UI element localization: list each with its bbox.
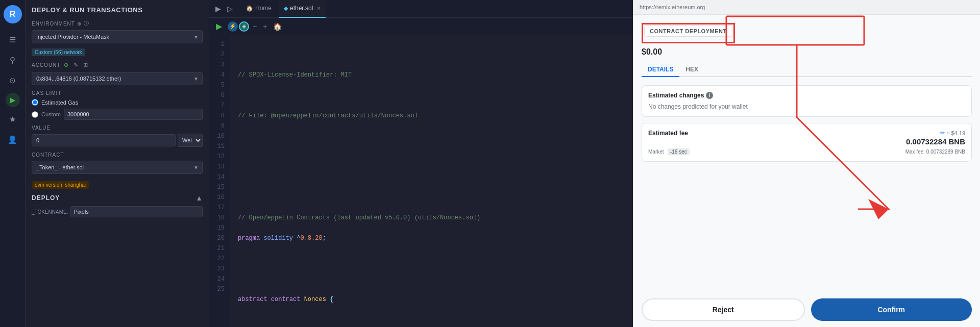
custom-gas-radio[interactable] bbox=[32, 111, 38, 118]
max-fee-label: Max fee: bbox=[905, 149, 925, 155]
fee-meta-row: Market -16 sec Max fee: 0.00732289 BNB bbox=[648, 148, 965, 155]
nav-icon-debug[interactable]: ★ bbox=[5, 111, 21, 128]
modal-url-bar: https://remix.ethereum.org bbox=[633, 0, 980, 15]
max-fee-value: 0.00732289 BNB bbox=[926, 149, 965, 155]
edit-icon[interactable]: ✏ bbox=[940, 130, 945, 136]
token-name-input[interactable] bbox=[70, 206, 203, 217]
fee-values: ✏ ≈ $4.19 0.00732284 BNB bbox=[906, 130, 965, 146]
plugin-icon-1[interactable]: ⚡ bbox=[228, 21, 238, 32]
ether-sol-close-btn[interactable]: × bbox=[317, 5, 320, 11]
tab-home[interactable]: 🏠 Home bbox=[241, 0, 277, 18]
value-unit-select[interactable]: Wei bbox=[178, 134, 203, 147]
action-buttons: Reject Confirm bbox=[633, 292, 980, 327]
estimated-gas-radio[interactable] bbox=[32, 99, 38, 106]
evm-badge: evm version: shanghai bbox=[32, 181, 89, 189]
market-badge: -16 sec bbox=[668, 148, 690, 155]
tab-ether-sol[interactable]: ◆ ether.sol × bbox=[279, 0, 326, 18]
no-changes-text: No changes predicted for your wallet bbox=[648, 103, 965, 110]
contract-deploy-badge: CONTRACT DEPLOYMENT bbox=[644, 26, 732, 37]
modal-url: https://remix.ethereum.org bbox=[640, 4, 705, 10]
estimated-changes-header: Estimated changes i bbox=[648, 92, 965, 99]
value-label: VALUE bbox=[32, 125, 203, 131]
nav-icon-source[interactable]: ⊙ bbox=[5, 72, 21, 89]
code-content[interactable]: // SPDX-License-Identifier: MIT // File:… bbox=[230, 35, 633, 327]
run-button[interactable]: ▶ bbox=[213, 4, 223, 14]
detail-tabs: DETAILS HEX bbox=[642, 63, 972, 77]
estimated-gas-label: Estimated Gas bbox=[41, 99, 78, 106]
estimated-changes-info-icon: i bbox=[706, 92, 713, 99]
fee-label: Estimated fee bbox=[648, 130, 688, 137]
estimated-changes-label: Estimated changes bbox=[648, 92, 704, 99]
value-input[interactable] bbox=[32, 134, 176, 146]
estimated-gas-row: Estimated Gas bbox=[32, 99, 203, 106]
reject-button[interactable]: Reject bbox=[642, 298, 805, 321]
environment-select-wrapper[interactable]: Injected Provider - MetaMask ▼ bbox=[32, 30, 203, 43]
confirm-button[interactable]: Confirm bbox=[811, 298, 972, 321]
token-name-label: _TOKENNAME: bbox=[32, 209, 68, 215]
estimated-fee-section: Estimated fee ✏ ≈ $4.19 0.00732284 BNB M… bbox=[642, 123, 972, 162]
account-copy-icon[interactable]: ⊕ bbox=[62, 61, 70, 69]
tab-hex[interactable]: HEX bbox=[679, 63, 704, 77]
value-section: VALUE Wei bbox=[32, 125, 203, 147]
environment-label: ENVIRONMENT ⊕ ⓘ bbox=[32, 20, 203, 27]
fee-usd-value: ≈ $4.19 bbox=[946, 130, 965, 136]
home-tab-label: Home bbox=[255, 5, 272, 12]
custom-gas-label: Custom bbox=[41, 111, 61, 117]
value-row: Wei bbox=[32, 134, 203, 147]
deploy-panel: DEPLOY & RUN TRANSACTIONS ENVIRONMENT ⊕ … bbox=[26, 0, 209, 327]
plugin-icons: ⚡ ◈ bbox=[228, 21, 249, 32]
account-label: ACCOUNT bbox=[32, 62, 60, 68]
contract-section: CONTRACT _Token_ - ether.sol ▼ evm versi… bbox=[32, 152, 203, 189]
price-tag: $0.00 bbox=[642, 47, 972, 57]
red-border-box: CONTRACT DEPLOYMENT bbox=[642, 23, 735, 43]
deploy-header: DEPLOY ▲ bbox=[32, 194, 203, 202]
editor-toolbar: ▶ ⚡ ◈ − + 🏠 bbox=[209, 18, 633, 35]
fee-row: Estimated fee ✏ ≈ $4.19 0.00732284 BNB bbox=[648, 130, 965, 146]
logo-char: R bbox=[10, 10, 16, 19]
fee-usd: ✏ ≈ $4.19 bbox=[906, 130, 965, 136]
env-help-icon: ⓘ bbox=[84, 20, 89, 27]
nav-icon-deploy[interactable]: ▶ bbox=[6, 93, 20, 107]
deploy-label: DEPLOY bbox=[32, 194, 60, 202]
network-badge: Custom (56) network bbox=[32, 48, 85, 56]
environment-select[interactable]: Injected Provider - MetaMask bbox=[32, 30, 203, 43]
editor-run-btn[interactable]: ▶ bbox=[213, 20, 225, 33]
custom-gas-input[interactable] bbox=[64, 109, 203, 120]
account-select-wrapper[interactable]: 0x834...64816 (0.08715132 ether) ▼ bbox=[32, 72, 203, 85]
deploy-collapse-btn[interactable]: ▲ bbox=[195, 194, 203, 202]
tab-details[interactable]: DETAILS bbox=[642, 63, 679, 77]
line-numbers: 12345 678910 1112131415 1617181920 21222… bbox=[209, 35, 230, 327]
zoom-out-btn[interactable]: − bbox=[250, 21, 259, 32]
gas-limit-label: GAS LIMIT bbox=[32, 90, 203, 96]
tab-forward-btn[interactable]: ▷ bbox=[225, 4, 235, 14]
home-tab-icon: 🏠 bbox=[246, 5, 253, 12]
nav-icon-search[interactable]: ⚲ bbox=[5, 52, 21, 68]
fee-bnb: 0.00732284 BNB bbox=[906, 137, 965, 146]
market-info: Market -16 sec bbox=[648, 148, 690, 155]
ether-sol-tab-icon: ◆ bbox=[284, 5, 288, 12]
gas-limit-section: GAS LIMIT Estimated Gas Custom bbox=[32, 90, 203, 120]
tab-controls: ▶ ▷ bbox=[213, 4, 235, 14]
modal-content: CONTRACT DEPLOYMENT $0.00 DETAILS HEX Es… bbox=[633, 15, 980, 292]
home-btn[interactable]: 🏠 bbox=[271, 21, 284, 32]
account-edit-icon[interactable]: ✎ bbox=[72, 61, 80, 69]
market-label: Market bbox=[648, 149, 664, 155]
contract-select[interactable]: _Token_ - ether.sol bbox=[32, 161, 203, 174]
token-name-row: _TOKENNAME: bbox=[32, 206, 203, 217]
account-qr-icon[interactable]: ⊞ bbox=[82, 61, 89, 69]
metamask-modal: https://remix.ethereum.org CONTRACT DEPL… bbox=[633, 0, 980, 327]
env-info-icon: ⊕ bbox=[77, 21, 82, 27]
icon-sidebar: R ☰ ⚲ ⊙ ▶ ★ 👤 bbox=[0, 0, 26, 327]
contract-label: CONTRACT bbox=[32, 152, 203, 158]
plugin-icon-2[interactable]: ◈ bbox=[239, 21, 249, 32]
account-row: ACCOUNT ⊕ ✎ ⊞ bbox=[32, 61, 203, 69]
contract-select-wrapper[interactable]: _Token_ - ether.sol ▼ bbox=[32, 161, 203, 174]
account-select[interactable]: 0x834...64816 (0.08715132 ether) bbox=[32, 72, 203, 85]
nav-icon-files[interactable]: ☰ bbox=[5, 32, 21, 48]
ether-sol-tab-label: ether.sol bbox=[290, 5, 313, 12]
panel-title: DEPLOY & RUN TRANSACTIONS bbox=[32, 6, 203, 14]
zoom-in-btn[interactable]: + bbox=[260, 21, 270, 32]
code-editor: 12345 678910 1112131415 1617181920 21222… bbox=[209, 35, 633, 327]
nav-icon-plugin[interactable]: 👤 bbox=[5, 132, 21, 148]
app-logo: R bbox=[4, 5, 22, 23]
